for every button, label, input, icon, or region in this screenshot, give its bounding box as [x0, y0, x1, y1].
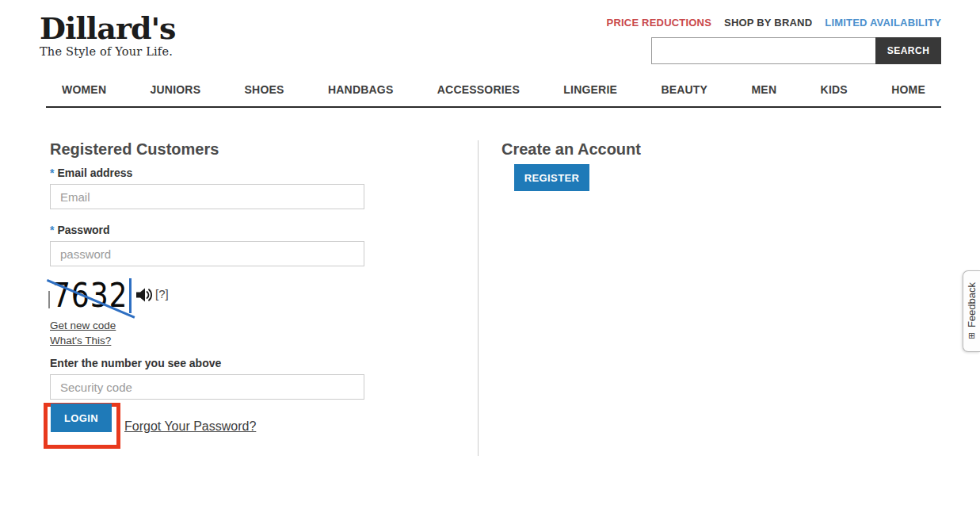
security-code-label: Enter the number you see above	[50, 357, 221, 369]
speaker-icon[interactable]	[135, 285, 155, 305]
nav-item-beauty[interactable]: BEAUTY	[661, 83, 707, 96]
nav-item-shoes[interactable]: SHOES	[245, 83, 284, 96]
nav-item-juniors[interactable]: JUNIORS	[151, 83, 201, 96]
utility-links: PRICE REDUCTIONS SHOP BY BRAND LIMITED A…	[607, 17, 941, 29]
nav-item-accessories[interactable]: ACCESSORIES	[437, 83, 520, 96]
limited-availability-link[interactable]: LIMITED AVAILABILITY	[825, 17, 941, 29]
password-label-text: Password	[57, 224, 109, 236]
search-input[interactable]	[651, 37, 875, 64]
captcha-cursor-bar	[129, 278, 132, 313]
password-label: *Password	[50, 224, 110, 236]
search-button[interactable]: SEARCH	[875, 37, 941, 64]
section-divider	[478, 140, 479, 456]
feedback-icon: ⊞	[968, 331, 975, 340]
whats-this-link[interactable]: What's This?	[50, 335, 111, 346]
security-code-input[interactable]	[50, 374, 364, 400]
nav-item-handbags[interactable]: HANDBAGS	[328, 83, 394, 96]
feedback-tab-label: Feedback	[966, 282, 978, 327]
price-reductions-link[interactable]: PRICE REDUCTIONS	[607, 17, 712, 29]
get-new-code-link[interactable]: Get new code	[50, 320, 116, 331]
login-button[interactable]: LOGIN	[51, 404, 112, 432]
feedback-tab[interactable]: Feedback ⊞	[963, 270, 980, 352]
dillards-login-page: Dillard's The Style of Your Life. PRICE …	[0, 0, 980, 532]
required-asterisk: *	[50, 166, 54, 179]
password-input[interactable]	[50, 241, 364, 266]
email-label: *Email address	[50, 166, 132, 179]
nav-item-women[interactable]: WOMEN	[62, 83, 106, 96]
dillards-logo[interactable]: Dillard's The Style of Your Life.	[40, 13, 176, 58]
logo-title: Dillard's	[40, 13, 176, 44]
register-button[interactable]: REGISTER	[514, 164, 589, 191]
forgot-password-link[interactable]: Forgot Your Password?	[124, 419, 256, 434]
nav-item-lingerie[interactable]: LINGERIE	[563, 83, 617, 96]
registered-customers-title: Registered Customers	[50, 140, 219, 159]
logo-tagline: The Style of Your Life.	[40, 45, 176, 58]
email-label-text: Email address	[57, 166, 132, 179]
primary-nav: WOMEN JUNIORS SHOES HANDBAGS ACCESSORIES…	[46, 83, 941, 108]
create-account-title: Create an Account	[501, 140, 641, 159]
registered-customers-section: Registered Customers *Email address *Pas…	[50, 140, 364, 457]
search-bar: SEARCH	[651, 37, 941, 64]
nav-item-men[interactable]: MEN	[752, 83, 777, 96]
captcha-help-link[interactable]: [?]	[155, 287, 169, 300]
required-asterisk: *	[50, 224, 54, 236]
captcha-widget: 7632 [?]	[50, 277, 224, 316]
shop-by-brand-link[interactable]: SHOP BY BRAND	[724, 17, 812, 29]
email-input[interactable]	[50, 184, 364, 209]
nav-item-home[interactable]: HOME	[891, 83, 925, 96]
captcha-noise-mark	[48, 291, 50, 308]
nav-item-kids[interactable]: KIDS	[821, 83, 848, 96]
